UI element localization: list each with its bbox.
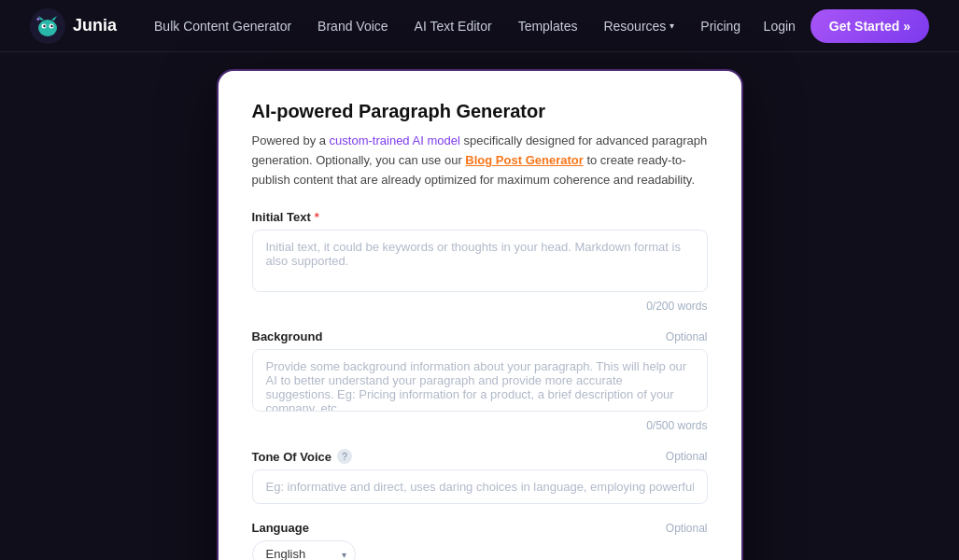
nav-templates[interactable]: Templates	[518, 19, 578, 34]
ai-model-link[interactable]: custom-trained AI model	[330, 133, 460, 147]
navigation: ✦ Junia Bulk Content Generator Brand Voi…	[0, 0, 959, 52]
nav-pricing[interactable]: Pricing	[700, 19, 740, 34]
tone-optional: Optional	[666, 450, 708, 463]
logo-text: Junia	[73, 16, 117, 35]
logo[interactable]: ✦ Junia	[30, 8, 117, 44]
desc-text-1: Powered by a	[252, 133, 330, 147]
tone-of-voice-field: Tone Of Voice ? Optional	[252, 449, 708, 504]
initial-text-label: Initial Text *	[252, 210, 319, 224]
required-indicator: *	[315, 210, 319, 224]
background-header: Background Optional	[252, 329, 708, 343]
main-content: AI-powered Paragraph Generator Powered b…	[0, 52, 959, 560]
nav-brand-voice[interactable]: Brand Voice	[317, 19, 388, 34]
nav-actions: Login Get Started »	[764, 9, 929, 43]
get-started-button[interactable]: Get Started »	[811, 9, 929, 43]
svg-point-1	[38, 20, 57, 36]
language-select[interactable]: English Spanish French German Italian Po…	[252, 540, 356, 560]
paragraph-generator-card: AI-powered Paragraph Generator Powered b…	[219, 71, 741, 560]
language-header: Language Optional	[252, 521, 708, 535]
svg-point-5	[50, 24, 52, 26]
nav-links: Bulk Content Generator Brand Voice AI Te…	[154, 19, 764, 34]
svg-text:✦: ✦	[35, 16, 41, 22]
tone-info-icon[interactable]: ?	[337, 449, 352, 464]
chevron-down-icon: ▾	[670, 21, 674, 31]
language-select-wrapper: English Spanish French German Italian Po…	[252, 540, 356, 560]
card-description: Powered by a custom-trained AI model spe…	[252, 132, 708, 189]
nav-ai-text-editor[interactable]: AI Text Editor	[415, 19, 492, 34]
card-title: AI-powered Paragraph Generator	[252, 101, 708, 122]
tone-of-voice-header: Tone Of Voice ? Optional	[252, 449, 708, 464]
language-optional: Optional	[666, 522, 708, 535]
initial-text-header: Initial Text *	[252, 210, 708, 224]
initial-text-word-count: 0/200 words	[252, 300, 708, 313]
background-word-count: 0/500 words	[252, 419, 708, 432]
tone-of-voice-label: Tone Of Voice	[252, 450, 331, 464]
background-optional: Optional	[666, 330, 708, 343]
login-button[interactable]: Login	[764, 19, 796, 34]
initial-text-field: Initial Text * 0/200 words	[252, 210, 708, 313]
nav-resources[interactable]: Resources ▾	[603, 19, 674, 34]
svg-point-4	[43, 24, 45, 26]
background-field: Background Optional 0/500 words	[252, 329, 708, 432]
initial-text-input[interactable]	[252, 230, 708, 292]
tone-of-voice-input[interactable]	[252, 469, 708, 504]
language-field: Language Optional English Spanish French…	[252, 521, 708, 560]
blog-post-generator-link[interactable]: Blog Post Generator	[465, 153, 583, 167]
tone-label-row: Tone Of Voice ?	[252, 449, 352, 464]
junia-logo-icon: ✦	[30, 8, 65, 44]
background-input[interactable]	[252, 349, 708, 412]
nav-bulk-content[interactable]: Bulk Content Generator	[154, 19, 291, 34]
language-label: Language	[252, 521, 309, 535]
background-label: Background	[252, 329, 323, 343]
